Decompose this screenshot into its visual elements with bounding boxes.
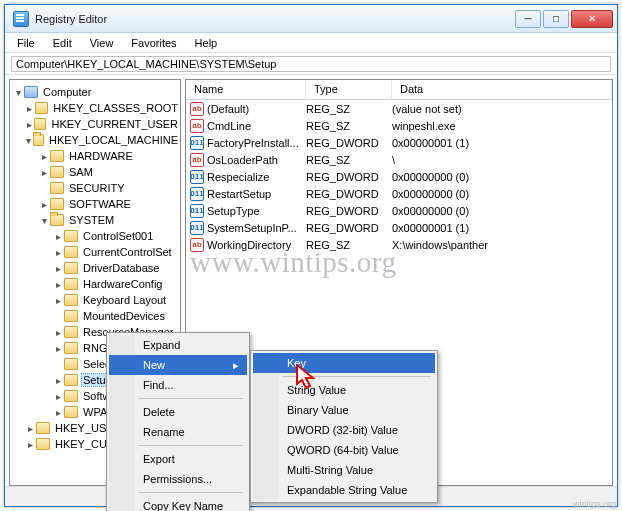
value-type: REG_DWORD [306,171,392,183]
value-name: CmdLine [207,120,251,132]
menubar: File Edit View Favorites Help [5,33,617,53]
value-type: REG_SZ [306,239,392,251]
value-row[interactable]: 011SystemSetupInP...REG_DWORD0x00000001 … [186,219,612,236]
value-row[interactable]: 011RespecializeREG_DWORD0x00000000 (0) [186,168,612,185]
tree-system[interactable]: ▾SYSTEM [10,212,180,228]
menu-favorites[interactable]: Favorites [123,35,184,51]
value-data: winpeshl.exe [392,120,612,132]
tree-root[interactable]: ▾Computer [10,84,180,100]
value-name: Respecialize [207,171,269,183]
folder-icon [50,198,64,210]
dword-value-icon: 011 [190,136,204,150]
ctx-new-key[interactable]: Key [253,353,435,373]
dword-value-icon: 011 [190,170,204,184]
ctx-new-expandstring[interactable]: Expandable String Value [253,480,435,500]
ctx-new-string[interactable]: String Value [253,380,435,400]
tree-hardwareconfig[interactable]: ▸HardwareConfig [10,276,180,292]
close-button[interactable]: ✕ [571,10,613,28]
value-row[interactable]: 011SetupTypeREG_DWORD0x00000000 (0) [186,202,612,219]
dword-value-icon: 011 [190,221,204,235]
ctx-new-dword[interactable]: DWORD (32-bit) Value [253,420,435,440]
tree-driverdatabase[interactable]: ▸DriverDatabase [10,260,180,276]
value-data: 0x00000000 (0) [392,188,612,200]
col-data[interactable]: Data [392,80,612,99]
value-type: REG_SZ [306,154,392,166]
folder-icon [64,294,78,306]
ctx-expand[interactable]: Expand [109,335,247,355]
menu-file[interactable]: File [9,35,43,51]
value-data: \ [392,154,612,166]
ctx-new-qword[interactable]: QWORD (64-bit) Value [253,440,435,460]
column-headers: Name Type Data [186,80,612,100]
tree-hkcr[interactable]: ▸HKEY_CLASSES_ROOT [10,100,180,116]
value-row[interactable]: abCmdLineREG_SZwinpeshl.exe [186,117,612,134]
ctx-rename[interactable]: Rename [109,422,247,442]
ctx-copykeyname[interactable]: Copy Key Name [109,496,247,511]
value-type: REG_DWORD [306,188,392,200]
chevron-right-icon: ▸ [233,359,239,372]
folder-icon [64,358,78,370]
value-name: FactoryPreInstall... [207,137,299,149]
value-name: SystemSetupInP... [207,222,297,234]
folder-icon [64,310,78,322]
ctx-delete[interactable]: Delete [109,402,247,422]
folder-open-icon [50,214,64,226]
folder-icon [64,390,78,402]
value-row[interactable]: abOsLoaderPathREG_SZ\ [186,151,612,168]
value-data: (value not set) [392,103,612,115]
value-row[interactable]: 011RestartSetupREG_DWORD0x00000000 (0) [186,185,612,202]
value-name: OsLoaderPath [207,154,278,166]
titlebar[interactable]: Registry Editor ─ □ ✕ [5,5,617,33]
folder-icon [64,342,78,354]
source-credit: wintips.org [573,499,616,509]
ctx-find[interactable]: Find... [109,375,247,395]
ctx-new-binary[interactable]: Binary Value [253,400,435,420]
tree-keyboardlayout[interactable]: ▸Keyboard Layout [10,292,180,308]
folder-icon [50,182,64,194]
tree-hklm[interactable]: ▾HKEY_LOCAL_MACHINE [10,132,180,148]
folder-icon [50,150,64,162]
ctx-export[interactable]: Export [109,449,247,469]
folder-icon [36,422,50,434]
menu-view[interactable]: View [82,35,122,51]
value-data: 0x00000000 (0) [392,171,612,183]
context-menu: Expand New▸ Find... Delete Rename Export… [106,332,250,511]
folder-icon [64,230,78,242]
ctx-new-multistring[interactable]: Multi-String Value [253,460,435,480]
minimize-button[interactable]: ─ [515,10,541,28]
value-type: REG_SZ [306,120,392,132]
value-row[interactable]: abWorkingDirectoryREG_SZX:\windows\panth… [186,236,612,253]
tree-hkcu[interactable]: ▸HKEY_CURRENT_USER [10,116,180,132]
value-type: REG_SZ [306,103,392,115]
tree-hardware[interactable]: ▸HARDWARE [10,148,180,164]
menu-edit[interactable]: Edit [45,35,80,51]
tree-software[interactable]: ▸SOFTWARE [10,196,180,212]
tree-sam[interactable]: ▸SAM [10,164,180,180]
col-type[interactable]: Type [306,80,392,99]
tree-mounteddevices[interactable]: MountedDevices [10,308,180,324]
value-data: X:\windows\panther [392,239,612,251]
folder-icon [64,262,78,274]
window-controls: ─ □ ✕ [515,10,613,28]
ctx-permissions[interactable]: Permissions... [109,469,247,489]
value-data: 0x00000000 (0) [392,205,612,217]
tree-currentcontrolset[interactable]: ▸CurrentControlSet [10,244,180,260]
value-data: 0x00000001 (1) [392,222,612,234]
address-input[interactable] [11,56,611,72]
maximize-button[interactable]: □ [543,10,569,28]
value-name: RestartSetup [207,188,271,200]
value-row[interactable]: ab(Default)REG_SZ(value not set) [186,100,612,117]
folder-open-icon [33,134,44,146]
menu-help[interactable]: Help [187,35,226,51]
col-name[interactable]: Name [186,80,306,99]
regedit-icon [13,11,29,27]
folder-icon [64,374,78,386]
folder-icon [64,326,78,338]
value-data: 0x00000001 (1) [392,137,612,149]
address-bar [5,53,617,75]
tree-security[interactable]: SECURITY [10,180,180,196]
tree-controlset001[interactable]: ▸ControlSet001 [10,228,180,244]
ctx-new[interactable]: New▸ [109,355,247,375]
value-type: REG_DWORD [306,205,392,217]
value-row[interactable]: 011FactoryPreInstall...REG_DWORD0x000000… [186,134,612,151]
